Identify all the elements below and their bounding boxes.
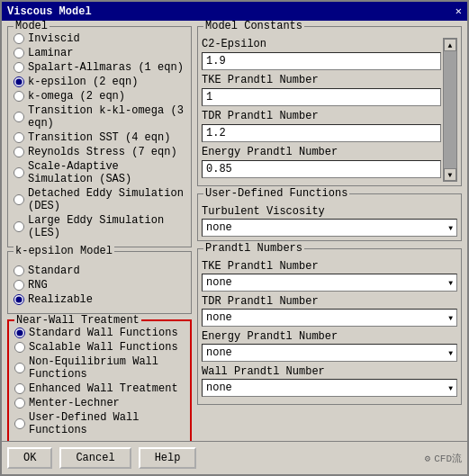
model-option-spalart[interactable]: Spalart-Allmaras (1 eqn) — [14, 61, 185, 74]
model-label-reynolds: Reynolds Stress (7 eqn) — [28, 146, 177, 158]
model-label-inviscid: Inviscid — [28, 32, 80, 45]
near-wall-option-standard-wf[interactable]: Standard Wall Functions — [14, 327, 185, 339]
near-wall-option-scalable-wf[interactable]: Scalable Wall Functions — [14, 341, 185, 354]
help-button[interactable]: Help — [139, 447, 197, 469]
model-label-transition-kl: Transition k-kl-omega (3 eqn) — [28, 104, 185, 130]
watermark-text: CFD流 — [434, 452, 462, 465]
model-radio-les[interactable] — [14, 221, 24, 232]
model-option-des[interactable]: Detached Eddy Simulation (DES) — [14, 187, 185, 212]
model-radio-laminar[interactable] — [14, 48, 24, 58]
near-wall-radio-scalable-wf[interactable] — [14, 342, 25, 353]
constant-input[interactable] — [202, 88, 441, 106]
prandtl-value: none — [206, 346, 232, 359]
constant-input[interactable] — [202, 52, 441, 70]
near-wall-option-user-wf[interactable]: User-Defined Wall Functions — [14, 411, 185, 436]
ke-radio-realizable[interactable] — [14, 294, 24, 305]
model-option-laminar[interactable]: Laminar — [14, 47, 185, 59]
udf-section: User-Defined Functions Turbulent Viscosi… — [197, 193, 462, 241]
left-panel: Model InviscidLaminarSpalart-Allmaras (1… — [7, 26, 192, 436]
model-radio-reynolds[interactable] — [14, 147, 24, 157]
ke-option-rng[interactable]: RNG — [14, 279, 185, 292]
prandtl-value: none — [206, 311, 232, 324]
ke-radio-rng[interactable] — [14, 280, 24, 291]
constant-label: C2-Epsilon — [202, 38, 441, 50]
model-option-reynolds[interactable]: Reynolds Stress (7 eqn) — [14, 146, 185, 158]
turbulent-viscosity-label: Turbulent Viscosity — [202, 205, 457, 218]
model-label-des: Detached Eddy Simulation (DES) — [28, 187, 185, 212]
scroll-down-button[interactable]: ▼ — [444, 168, 456, 181]
near-wall-label-enhanced-wt: Enhanced Wall Treatment — [29, 382, 178, 395]
constant-input[interactable] — [202, 160, 441, 178]
dialog-title-text: Viscous Model — [7, 5, 92, 18]
scroll-track — [444, 51, 456, 168]
prandtl-value: none — [206, 382, 232, 394]
prandtl-item-tdr-prandtl-number: TDR Prandtl Numbernone▼ — [202, 295, 457, 327]
model-option-komega[interactable]: k-omega (2 eqn) — [14, 90, 185, 103]
turbulent-viscosity-dropdown[interactable]: none ▼ — [202, 219, 457, 237]
model-radio-sas[interactable] — [14, 167, 24, 178]
scroll-up-button[interactable]: ▲ — [444, 39, 456, 51]
prandtl-item-label: TKE Prandtl Number — [202, 260, 457, 273]
near-wall-radio-user-wf[interactable] — [14, 418, 25, 429]
prandtl-item-wall-prandtl-number: Wall Prandtl Numbernone▼ — [202, 365, 457, 397]
near-wall-label-non-eq-wf: Non-Equilibrium Wall Functions — [29, 355, 185, 381]
prandtl-dropdown[interactable]: none▼ — [202, 379, 457, 397]
constants-scrollbar[interactable]: ▲ ▼ — [443, 38, 457, 182]
model-option-sas[interactable]: Scale-Adaptive Simulation (SAS) — [14, 160, 185, 185]
model-radio-spalart[interactable] — [14, 62, 24, 73]
model-option-kepsilon[interactable]: k-epsilon (2 eqn) — [14, 76, 185, 88]
prandtl-section: Prandtl Numbers TKE Prandtl Numbernone▼T… — [197, 248, 462, 405]
model-label-komega: k-omega (2 eqn) — [28, 90, 125, 103]
prandtl-arrow: ▼ — [448, 279, 453, 287]
ke-model-label: k-epsilon Model — [14, 245, 114, 257]
constant-tke-prandtl-number: TKE Prandtl Number — [202, 74, 441, 106]
ke-model-group: k-epsilon Model StandardRNGRealizable — [7, 251, 192, 314]
constants-content: C2-EpsilonTKE Prandtl NumberTDR Prandtl … — [202, 38, 441, 182]
near-wall-label: Near-Wall Treatment — [14, 314, 141, 327]
model-option-les[interactable]: Large Eddy Simulation (LES) — [14, 214, 185, 239]
near-wall-radio-standard-wf[interactable] — [14, 328, 25, 338]
udf-section-label: User-Defined Functions — [203, 187, 349, 200]
dialog-window: Viscous Model ✕ Model InviscidLaminarSpa… — [0, 0, 469, 476]
prandtl-arrow: ▼ — [448, 384, 453, 392]
constant-c2-epsilon: C2-Epsilon — [202, 38, 441, 70]
constant-energy-prandtl-number: Energy Prandtl Number — [202, 146, 441, 178]
model-radio-transition-kl[interactable] — [14, 112, 24, 122]
constants-list: C2-EpsilonTKE Prandtl NumberTDR Prandtl … — [202, 38, 441, 182]
constant-input[interactable] — [202, 124, 441, 142]
ke-option-realizable[interactable]: Realizable — [14, 293, 185, 306]
model-radio-inviscid[interactable] — [14, 33, 24, 44]
prandtl-dropdown[interactable]: none▼ — [202, 344, 457, 362]
model-options-list: InviscidLaminarSpalart-Allmaras (1 eqn)k… — [14, 32, 185, 239]
prandtl-item-tke-prandtl-number: TKE Prandtl Numbernone▼ — [202, 260, 457, 292]
near-wall-option-enhanced-wt[interactable]: Enhanced Wall Treatment — [14, 382, 185, 395]
near-wall-option-menter[interactable]: Menter-Lechner — [14, 397, 185, 409]
near-wall-radio-enhanced-wt[interactable] — [14, 383, 25, 394]
model-option-transition-sst[interactable]: Transition SST (4 eqn) — [14, 131, 185, 144]
model-group: Model InviscidLaminarSpalart-Allmaras (1… — [7, 26, 192, 247]
model-option-transition-kl[interactable]: Transition k-kl-omega (3 eqn) — [14, 104, 185, 130]
prandtl-items-list: TKE Prandtl Numbernone▼TDR Prandtl Numbe… — [202, 260, 457, 397]
model-option-inviscid[interactable]: Inviscid — [14, 32, 185, 45]
prandtl-arrow: ▼ — [448, 349, 453, 357]
near-wall-radio-non-eq-wf[interactable] — [14, 363, 25, 373]
near-wall-radio-menter[interactable] — [14, 398, 25, 409]
model-radio-des[interactable] — [14, 194, 24, 205]
prandtl-dropdown[interactable]: none▼ — [202, 274, 457, 292]
model-radio-komega[interactable] — [14, 91, 24, 102]
constant-label: TKE Prandtl Number — [202, 74, 441, 86]
close-button[interactable]: ✕ — [455, 4, 462, 18]
ke-radio-standard[interactable] — [14, 265, 24, 276]
ok-button[interactable]: OK — [7, 447, 52, 469]
prandtl-dropdown[interactable]: none▼ — [202, 309, 457, 327]
model-radio-transition-sst[interactable] — [14, 132, 24, 143]
model-label-sas: Scale-Adaptive Simulation (SAS) — [28, 160, 185, 185]
prandtl-section-label: Prandtl Numbers — [203, 242, 304, 255]
ke-option-standard[interactable]: Standard — [14, 265, 185, 277]
cancel-button[interactable]: Cancel — [59, 447, 131, 469]
model-radio-kepsilon[interactable] — [14, 76, 24, 87]
watermark-icon: ⚙ — [425, 453, 431, 464]
model-label-transition-sst: Transition SST (4 eqn) — [28, 131, 170, 144]
near-wall-option-non-eq-wf[interactable]: Non-Equilibrium Wall Functions — [14, 355, 185, 381]
model-label-spalart: Spalart-Allmaras (1 eqn) — [28, 61, 184, 74]
